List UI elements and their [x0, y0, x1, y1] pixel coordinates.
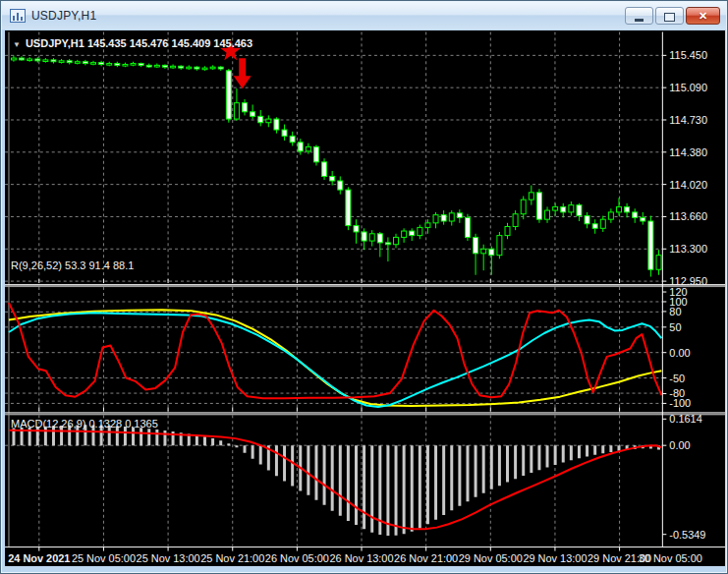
svg-text:24 Nov 2021: 24 Nov 2021: [8, 552, 70, 564]
maximize-button[interactable]: [655, 7, 684, 25]
window-titlebar[interactable]: USDJPY,H1 ✕: [2, 2, 726, 29]
oscillator-series: [9, 303, 661, 407]
down-arrow-annotation: [234, 58, 252, 88]
svg-text:0.00: 0.00: [669, 439, 690, 451]
svg-text:113.660: 113.660: [669, 210, 707, 222]
close-icon: ✕: [699, 10, 707, 22]
svg-text:114.730: 114.730: [669, 114, 707, 126]
osc-line-red-fast: [9, 303, 661, 398]
svg-text:0.00: 0.00: [669, 347, 690, 359]
pane-separator: [5, 284, 725, 285]
svg-text:-100: -100: [669, 397, 691, 409]
window-title: USDJPY,H1: [31, 9, 96, 23]
svg-text:115.450: 115.450: [669, 49, 707, 61]
svg-text:114.380: 114.380: [669, 146, 707, 158]
pane-separator: [5, 285, 725, 287]
macd-histogram: [14, 425, 659, 536]
price-axis: 115.450115.090114.730114.380114.020113.6…: [662, 49, 707, 540]
svg-text:25 Nov 05:00: 25 Nov 05:00: [72, 552, 136, 564]
candlestick-series: [11, 55, 661, 276]
svg-text:25 Nov 21:00: 25 Nov 21:00: [200, 552, 264, 564]
pane-separator: [5, 412, 725, 413]
maximize-icon: [664, 13, 675, 22]
svg-text:26 Nov 21:00: 26 Nov 21:00: [394, 552, 458, 564]
pane-separator: [5, 413, 725, 415]
svg-text:25 Nov 13:00: 25 Nov 13:00: [137, 552, 200, 564]
window-controls: ✕: [625, 7, 720, 25]
svg-text:29 Nov 05:00: 29 Nov 05:00: [459, 552, 523, 564]
time-axis: 24 Nov 202125 Nov 05:0025 Nov 13:0025 No…: [8, 547, 702, 564]
minimize-button[interactable]: [625, 7, 653, 25]
svg-text:80: 80: [669, 306, 681, 317]
svg-text:30 Nov 05:00: 30 Nov 05:00: [639, 552, 702, 564]
chart-window: USDJPY,H1 ✕ 115.450115.090114.730114.380…: [0, 0, 728, 574]
annotations: [220, 40, 251, 88]
drop-star-annotation: [220, 40, 241, 60]
svg-text:114.020: 114.020: [669, 179, 707, 191]
svg-text:50: 50: [669, 321, 681, 333]
close-button[interactable]: ✕: [686, 7, 720, 25]
svg-text:0.1614: 0.1614: [669, 413, 701, 425]
svg-text:26 Nov 05:00: 26 Nov 05:00: [265, 552, 329, 564]
svg-text:-50: -50: [669, 373, 685, 384]
minimize-icon: [635, 19, 644, 22]
svg-text:26 Nov 13:00: 26 Nov 13:00: [329, 552, 393, 564]
svg-text:115.090: 115.090: [669, 82, 707, 93]
svg-text:113.300: 113.300: [669, 243, 707, 255]
chart-window-icon: [10, 9, 26, 23]
svg-text:29 Nov 13:00: 29 Nov 13:00: [523, 552, 587, 564]
chart-client-area[interactable]: 115.450115.090114.730114.380114.020113.6…: [5, 30, 725, 566]
chart-canvas[interactable]: 115.450115.090114.730114.380114.020113.6…: [5, 30, 725, 566]
svg-text:-0.5349: -0.5349: [669, 529, 705, 541]
